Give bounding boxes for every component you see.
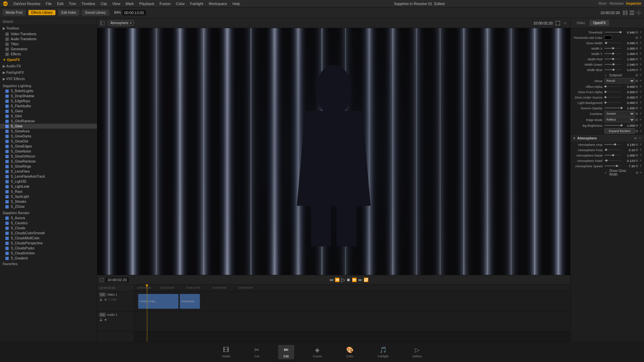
menu-view[interactable]: View [112,2,120,6]
edge-mode-dot[interactable] [636,119,638,121]
sidebar-item-cloudsperspective[interactable]: S_CloudsPerspective [0,241,97,246]
tab-fairlight[interactable]: 🎵 Fairlight [372,345,394,359]
effects-library-btn[interactable]: Effects Library [28,10,56,15]
go-start-btn[interactable]: ⏮ [329,278,333,282]
eye-icon[interactable] [104,298,107,301]
source-opacity-dot[interactable] [636,107,638,109]
edge-mode-plus[interactable]: + [639,117,643,122]
width-blue-slider[interactable] [604,69,622,70]
atmosphere-detail-slider[interactable] [604,155,622,156]
atmosphere-seed-dot[interactable] [636,160,638,162]
audiofx-section[interactable]: ▶ Audio FX [0,63,97,69]
bg-brightness-plus[interactable]: + [639,123,643,128]
subpixel-text[interactable]: Subpixel [609,73,622,77]
menu-trim[interactable]: Trim [69,2,76,6]
width-red-dot[interactable] [636,58,638,60]
menu-workspace[interactable]: Workspace [209,2,227,6]
tab-openfx[interactable]: OpenFX [590,20,609,26]
atmosphere-freq-slider[interactable] [604,149,622,150]
menu-color[interactable]: Color [176,2,185,6]
subpixel-dot[interactable] [636,74,638,76]
sidebar-item-glownoise[interactable]: S_GlowNoise [0,149,97,154]
sidebar-item-glowrings[interactable]: S_GlowRings [0,164,97,169]
threshold-color-swatch[interactable] [604,36,612,40]
light-bg-dot[interactable] [636,102,638,104]
atmosphere-freq-dot[interactable] [636,149,638,151]
expand-borders-btn[interactable]: Expand Borders [604,128,635,134]
sidebar-item-glowdarks[interactable]: S_GlowDarks [0,134,97,139]
glow-width-plus[interactable]: + [639,41,643,45]
show-glow-dot[interactable] [636,172,638,174]
width-red-plus[interactable]: + [639,57,643,61]
sidebar-item-aurora[interactable]: S_Aurora [0,216,97,221]
threshold-slider[interactable] [604,32,622,33]
sidebar-item-titles[interactable]: Titles [0,42,97,47]
sidebar-item-gradient[interactable]: S_Gradient [0,256,97,261]
show-dot[interactable] [636,80,638,82]
subpixel-plus[interactable]: + [639,73,643,77]
metadata-btn[interactable]: Metadata [609,2,624,5]
atmosphere-detail-dot[interactable] [636,154,638,157]
expand-borders-plus[interactable]: + [639,129,643,133]
layout-icon-1[interactable] [623,10,628,15]
fairlightfx-section[interactable]: ▶ FairlightFX [0,69,97,76]
atmosphere-seed-slider[interactable] [604,160,622,161]
width-y-dot[interactable] [636,53,638,55]
sidebar-item-glowaura[interactable]: S_GlowAura [0,129,97,134]
tab-cut[interactable]: ✂ Cut [249,345,265,359]
atmosphere-section-plus[interactable]: + [638,136,642,140]
sidebar-item-cloudscolorsmooth[interactable]: S_CloudsColorSmooth [0,231,97,236]
sidebar-item-glintrainbow[interactable]: S_GlintRainbow [0,119,97,124]
lock-icon[interactable] [99,298,103,301]
sidebar-item-lightleak[interactable]: S_LightLeak [0,184,97,189]
settings-icon[interactable] [636,10,641,15]
glow-from-alpha-slider[interactable] [604,92,622,92]
inspector-btn[interactable]: Inspector [626,2,641,5]
atmosphere-amp-slider[interactable] [604,144,622,145]
tab-video[interactable]: Video [573,20,588,26]
atmosphere-amp-dot[interactable] [636,143,638,146]
expand-borders-dot[interactable] [636,130,638,132]
mute-icon[interactable] [104,318,107,321]
glow-width-dot[interactable] [636,42,638,44]
show-glow-plus[interactable]: + [639,170,643,175]
sidebar-item-edgerays[interactable]: S_EdgeRays [0,99,97,104]
sidebar-item-cloudsmultcolor[interactable]: S_CloudsMultColor [0,236,97,241]
combine-dropdown[interactable]: Screen Add Multiply [604,111,635,116]
tab-color[interactable]: 🎨 Color [341,345,359,359]
sidebar-item-glint[interactable]: S_Glint [0,114,97,119]
edit-index-btn[interactable]: Edit Index [58,10,79,15]
menu-davinci[interactable]: DaVinci Resolve [13,2,41,6]
sidebar-item-cloudsvortex[interactable]: S_CloudsVortex [0,251,97,256]
sidebar-item-lensflareAutoTrack[interactable]: S_LensFlareAutoTrack [0,174,97,179]
play-btn[interactable]: ▷ [341,277,345,283]
atmosphere-section-header[interactable]: ▼ Atmosphere + [571,134,644,142]
threshold-dot[interactable] [636,31,638,34]
favorites-section[interactable]: Favorites [0,261,97,267]
tab-media[interactable]: 🎞 Media [217,345,236,359]
atmosphere-seed-plus[interactable]: + [639,158,643,163]
source-opacity-slider[interactable] [604,108,622,108]
sidebar-item-glow[interactable]: S_Glow [0,124,97,129]
glow-under-source-dot[interactable] [636,96,638,99]
menu-clip[interactable]: Clip [101,2,107,6]
mixer-btn[interactable]: Mixer [599,2,607,5]
width-blue-plus[interactable]: + [639,67,643,72]
combine-dot[interactable] [636,113,638,115]
atmosphere-detail-plus[interactable]: + [639,153,643,158]
width-blue-dot[interactable] [636,69,638,71]
atmosphere-freq-plus[interactable]: + [639,147,643,152]
menu-fairlight[interactable]: Fairlight [190,2,203,6]
tab-deliver[interactable]: ▷ Deliver [407,345,427,359]
threshold-plus[interactable]: + [639,30,643,35]
atmosphere-amp-plus[interactable]: + [639,142,643,147]
menu-mark[interactable]: Mark [126,2,134,6]
sound-library-btn[interactable]: Sound Library [82,10,109,15]
next-frame-btn[interactable]: ⏩ [352,278,357,282]
stop-btn[interactable]: ⏹ [346,278,351,282]
menu-playback[interactable]: Playback [139,2,154,6]
light-bg-slider[interactable] [604,102,622,103]
sidebar-item-generators[interactable]: Generators [0,47,97,52]
source-opacity-plus[interactable]: + [639,106,643,110]
sidebar-item-gloworthicon[interactable]: S_GlowOrthicon [0,154,97,159]
